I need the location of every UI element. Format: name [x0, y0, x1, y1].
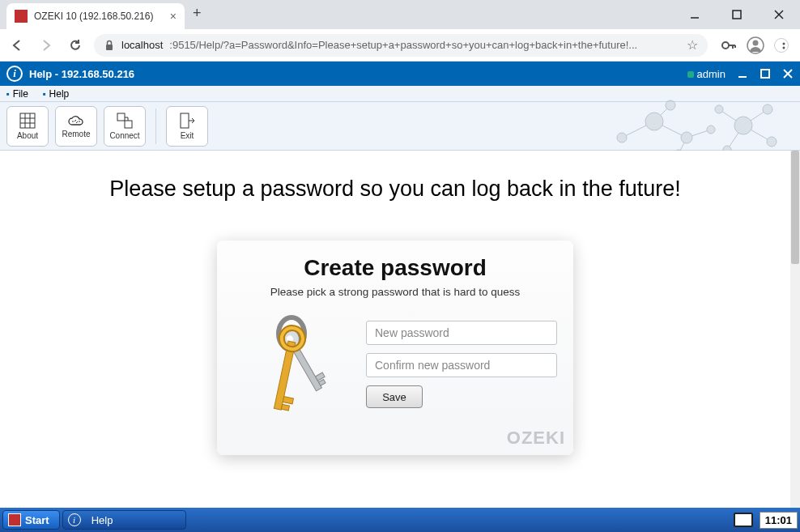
- svg-point-13: [783, 50, 785, 53]
- keyboard-icon[interactable]: [734, 513, 753, 527]
- tab-favicon: [15, 10, 28, 23]
- star-icon[interactable]: ☆: [687, 37, 698, 53]
- svg-rect-23: [117, 113, 125, 121]
- taskbar: Start i Help 11:01: [0, 508, 800, 532]
- nav-back-button[interactable]: [6, 35, 28, 56]
- svg-point-43: [763, 104, 772, 114]
- confirm-password-input[interactable]: [366, 353, 557, 377]
- window-close-button[interactable]: [761, 3, 797, 26]
- new-password-input[interactable]: [366, 321, 557, 345]
- app-maximize-button[interactable]: [760, 68, 771, 79]
- svg-rect-55: [283, 397, 293, 404]
- info-icon: i: [6, 66, 23, 82]
- user-indicator[interactable]: admin: [687, 68, 726, 80]
- window-minimize-button[interactable]: [677, 3, 713, 26]
- svg-rect-15: [761, 70, 769, 78]
- lock-icon: [104, 40, 115, 51]
- toolbar-connect-button[interactable]: Connect: [104, 106, 146, 147]
- save-button[interactable]: Save: [366, 385, 423, 408]
- svg-point-38: [666, 100, 675, 110]
- url-host: localhost: [121, 39, 163, 51]
- watermark: OZEKI: [507, 428, 565, 449]
- taskbar-help-button[interactable]: i Help: [62, 510, 187, 530]
- toolbar: About Remote Connect Exit: [0, 102, 800, 151]
- browser-tab[interactable]: OZEKI 10 (192.168.50.216) ×: [6, 3, 185, 29]
- key-icon[interactable]: [721, 37, 737, 53]
- svg-rect-56: [281, 404, 289, 411]
- app-close-button[interactable]: [782, 68, 794, 79]
- svg-point-5: [722, 42, 729, 49]
- card-subtitle: Please pick a strong password that is ha…: [233, 286, 557, 298]
- exit-icon: [178, 112, 196, 130]
- window-controls: [677, 0, 800, 29]
- connect-icon: [116, 112, 134, 130]
- taskbar-clock: 11:01: [760, 512, 798, 529]
- app-header: i Help - 192.168.50.216 admin: [0, 62, 800, 86]
- url-path: :9515/Help/?a=Password&Info=Please+setup…: [169, 39, 637, 51]
- svg-point-37: [617, 133, 627, 143]
- keys-icon: [233, 309, 355, 431]
- new-tab-button[interactable]: +: [193, 5, 202, 25]
- create-password-card: Create password Please pick a strong pas…: [217, 240, 573, 455]
- tab-title: OZEKI 10 (192.168.50.216): [34, 11, 153, 22]
- svg-rect-53: [318, 379, 326, 385]
- svg-point-47: [734, 117, 752, 134]
- menu-help[interactable]: Help: [43, 88, 69, 100]
- browser-tab-strip: OZEKI 10 (192.168.50.216) × +: [0, 0, 800, 29]
- toolbar-separator: [155, 109, 156, 144]
- info-icon: i: [68, 513, 81, 526]
- app-minimize-button[interactable]: [737, 68, 748, 79]
- svg-point-12: [783, 46, 785, 49]
- toolbar-exit-button[interactable]: Exit: [166, 106, 208, 147]
- menu-dots-icon[interactable]: [774, 38, 789, 53]
- svg-point-40: [707, 126, 715, 134]
- nav-reload-button[interactable]: [65, 35, 86, 56]
- svg-point-42: [645, 113, 663, 130]
- scrollbar-thumb[interactable]: [791, 151, 799, 264]
- cloud-icon: [66, 113, 86, 128]
- start-button[interactable]: Start: [2, 510, 60, 530]
- svg-point-10: [753, 40, 759, 45]
- svg-point-46: [715, 105, 723, 113]
- svg-rect-1: [733, 11, 741, 19]
- svg-rect-4: [106, 45, 113, 50]
- svg-rect-18: [20, 113, 35, 128]
- app-title: Help - 192.168.50.216: [29, 68, 134, 80]
- svg-point-39: [681, 132, 692, 143]
- status-dot-icon: [687, 71, 694, 78]
- tab-close-icon[interactable]: ×: [170, 10, 177, 23]
- toolbar-remote-button[interactable]: Remote: [55, 106, 97, 147]
- svg-rect-27: [181, 113, 189, 128]
- profile-icon[interactable]: [747, 36, 764, 54]
- browser-address-bar: localhost:9515/Help/?a=Password&Info=Ple…: [0, 29, 800, 62]
- content-area: Please setup a password so you can log b…: [0, 151, 790, 508]
- page-headline: Please setup a password so you can log b…: [0, 177, 790, 202]
- menu-file[interactable]: File: [6, 88, 28, 100]
- scrollbar[interactable]: [790, 151, 800, 508]
- card-title: Create password: [233, 255, 557, 281]
- window-maximize-button[interactable]: [719, 3, 755, 26]
- nav-forward-button[interactable]: [36, 35, 57, 56]
- svg-point-44: [767, 137, 777, 147]
- svg-point-11: [783, 42, 785, 45]
- toolbar-about-button[interactable]: About: [6, 106, 49, 147]
- start-icon: [8, 513, 21, 526]
- svg-rect-24: [125, 121, 132, 128]
- grid-icon: [19, 112, 36, 130]
- url-field[interactable]: localhost:9515/Help/?a=Password&Info=Ple…: [94, 34, 708, 57]
